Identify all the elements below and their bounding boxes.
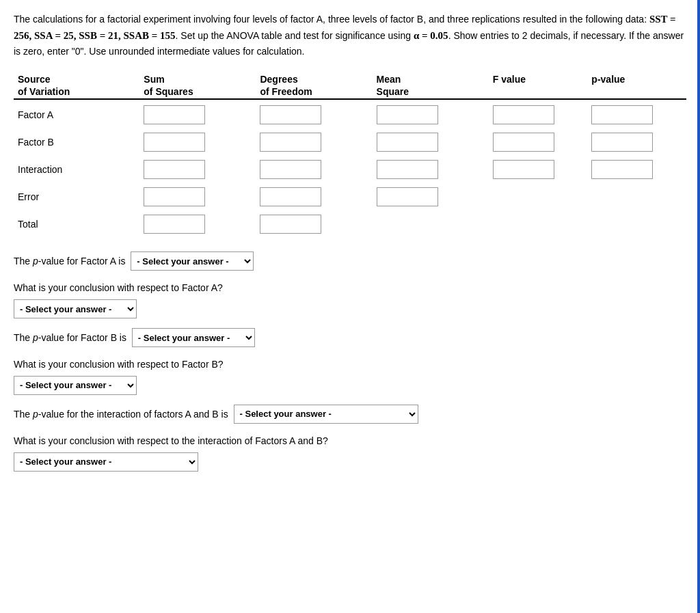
right-border-accent bbox=[697, 0, 700, 492]
table-row: Factor A bbox=[14, 99, 686, 128]
source-factor-b: Factor B bbox=[14, 128, 139, 156]
source-factor-a: Factor A bbox=[14, 99, 139, 128]
q5-text-before: The p-value for the interaction of facto… bbox=[14, 408, 228, 419]
df-factor-b-input[interactable] bbox=[260, 133, 321, 152]
header-ss-line1: Sum bbox=[139, 72, 256, 85]
pval-interaction-input[interactable] bbox=[591, 160, 653, 179]
fval-interaction-cell bbox=[489, 156, 588, 183]
table-row: Factor B bbox=[14, 128, 686, 156]
fval-factor-a-input[interactable] bbox=[493, 105, 554, 124]
q5-select-wrapper: - Select your answer - bbox=[234, 405, 418, 424]
ss-interaction-input[interactable] bbox=[144, 160, 205, 179]
table-row: Total bbox=[14, 210, 686, 238]
table-row: Interaction bbox=[14, 156, 686, 183]
ms-factor-a-cell bbox=[373, 99, 489, 128]
q1-select-wrapper: - Select your answer - bbox=[131, 251, 254, 271]
anova-table: Source Sum Degrees Mean F value p-value … bbox=[14, 72, 686, 238]
header-ms-line2: Square bbox=[373, 85, 489, 99]
ms-error-input[interactable] bbox=[377, 187, 438, 206]
ss-total-input[interactable] bbox=[144, 215, 205, 234]
q6-select[interactable]: - Select your answer - bbox=[14, 452, 198, 472]
pval-factor-b-cell bbox=[587, 128, 686, 156]
fval-factor-b-cell bbox=[489, 128, 588, 156]
ms-error-cell bbox=[373, 183, 489, 210]
df-interaction-cell bbox=[256, 156, 372, 183]
ms-interaction-input[interactable] bbox=[377, 160, 438, 179]
ss-interaction-cell bbox=[139, 156, 256, 183]
question-conclusion-factor-a: What is your conclusion with respect to … bbox=[14, 280, 686, 318]
df-interaction-input[interactable] bbox=[260, 160, 321, 179]
q2-select-wrapper: - Select your answer - bbox=[14, 299, 686, 318]
pval-factor-a-cell bbox=[587, 99, 686, 128]
header-pval-empty bbox=[587, 85, 686, 99]
fval-total-empty bbox=[489, 210, 588, 238]
header-fval: F value bbox=[489, 72, 588, 85]
question-pvalue-factor-b: The p-value for Factor B is - Select you… bbox=[14, 328, 686, 347]
header-source-line2: of Variation bbox=[14, 85, 139, 99]
pval-factor-b-input[interactable] bbox=[591, 133, 653, 152]
ss-error-cell bbox=[139, 183, 256, 210]
df-total-input[interactable] bbox=[260, 215, 321, 234]
ss-factor-a-input[interactable] bbox=[144, 105, 205, 124]
header-ms-line1: Mean bbox=[373, 72, 489, 85]
df-factor-a-cell bbox=[256, 99, 372, 128]
pval-total-empty bbox=[587, 210, 686, 238]
ss-error-input[interactable] bbox=[144, 187, 205, 206]
ss-total-cell bbox=[139, 210, 256, 238]
q6-text: What is your conclusion with respect to … bbox=[14, 435, 328, 446]
q4-text: What is your conclusion with respect to … bbox=[14, 359, 224, 370]
q5-select[interactable]: - Select your answer - bbox=[234, 405, 418, 424]
df-total-cell bbox=[256, 210, 372, 238]
df-factor-a-input[interactable] bbox=[260, 105, 321, 124]
fval-interaction-input[interactable] bbox=[493, 160, 554, 179]
question-pvalue-factor-a: The p-value for Factor A is - Select you… bbox=[14, 251, 686, 271]
pval-factor-a-input[interactable] bbox=[591, 105, 653, 124]
ms-factor-b-input[interactable] bbox=[377, 133, 438, 152]
fval-factor-a-cell bbox=[489, 99, 588, 128]
question-conclusion-interaction: What is your conclusion with respect to … bbox=[14, 433, 686, 472]
header-pval: p-value bbox=[587, 72, 686, 85]
problem-description: The calculations for a factorial experim… bbox=[14, 11, 686, 59]
table-row: Error bbox=[14, 183, 686, 210]
source-total: Total bbox=[14, 210, 139, 238]
q4-select-wrapper: - Select your answer - bbox=[14, 376, 686, 395]
df-error-cell bbox=[256, 183, 372, 210]
pval-interaction-cell bbox=[587, 156, 686, 183]
fval-factor-b-input[interactable] bbox=[493, 133, 554, 152]
q1-select[interactable]: - Select your answer - bbox=[131, 251, 254, 271]
q2-select[interactable]: - Select your answer - bbox=[14, 299, 137, 318]
q2-text: What is your conclusion with respect to … bbox=[14, 282, 223, 293]
question-conclusion-factor-b: What is your conclusion with respect to … bbox=[14, 357, 686, 395]
ss-factor-b-cell bbox=[139, 128, 256, 156]
q3-select[interactable]: - Select your answer - bbox=[132, 328, 255, 347]
fval-error-empty bbox=[489, 183, 588, 210]
q4-select[interactable]: - Select your answer - bbox=[14, 376, 137, 395]
ss-factor-a-cell bbox=[139, 99, 256, 128]
q3-select-wrapper: - Select your answer - bbox=[132, 328, 255, 347]
header-source-line1: Source bbox=[14, 72, 139, 85]
header-fval-empty bbox=[489, 85, 588, 99]
pval-error-empty bbox=[587, 183, 686, 210]
df-error-input[interactable] bbox=[260, 187, 321, 206]
ms-factor-b-cell bbox=[373, 128, 489, 156]
header-ss-line2: of Squares bbox=[139, 85, 256, 99]
q1-text-before: The p-value for Factor A is bbox=[14, 256, 125, 267]
question-pvalue-interaction: The p-value for the interaction of facto… bbox=[14, 405, 686, 424]
ss-factor-b-input[interactable] bbox=[144, 133, 205, 152]
df-factor-b-cell bbox=[256, 128, 372, 156]
source-error: Error bbox=[14, 183, 139, 210]
header-df-line1: Degrees bbox=[256, 72, 372, 85]
source-interaction: Interaction bbox=[14, 156, 139, 183]
q3-text-before: The p-value for Factor B is bbox=[14, 332, 126, 343]
q6-select-wrapper: - Select your answer - bbox=[14, 452, 686, 472]
header-df-line2: of Freedom bbox=[256, 85, 372, 99]
ms-factor-a-input[interactable] bbox=[377, 105, 438, 124]
ms-total-empty bbox=[373, 210, 489, 238]
ms-interaction-cell bbox=[373, 156, 489, 183]
